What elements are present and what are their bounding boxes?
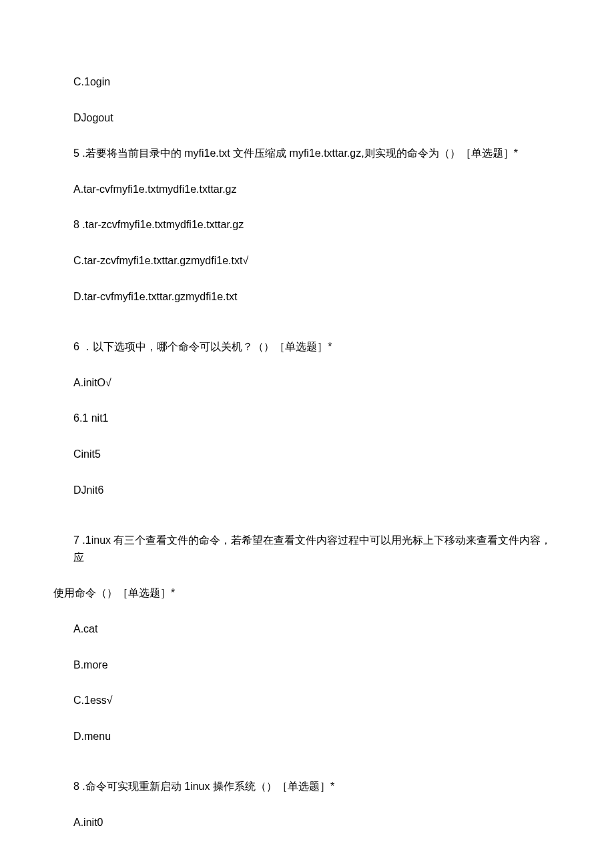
option-text: C.1ogin [73, 73, 561, 91]
option-text: DJogout [73, 109, 561, 127]
question-5-prompt: 5 .若要将当前目录中的 myfi1e.txt 文件压缩成 myfi1e.txt… [73, 145, 561, 162]
question-7-option-a: A.cat [73, 620, 561, 638]
spacer [73, 517, 561, 532]
question-5-option-d: D.tar-cvfmyfi1e.txttar.gzmydfi1e.txt [73, 288, 561, 306]
question-6-option-c: Cinit5 [73, 446, 561, 463]
question-7-option-b: B.more [73, 657, 561, 674]
spacer [73, 324, 561, 338]
question-8-option-a: A.init0 [73, 814, 561, 831]
question-6-option-d: DJnit6 [73, 482, 561, 499]
question-5-option-c: C.tar-zcvfmyfi1e.txttar.gzmydfi1e.txt√ [73, 252, 561, 270]
question-7-option-c: C.1ess√ [73, 692, 561, 709]
question-7-prompt-line-1: 7 .1inux 有三个查看文件的命令，若希望在查看文件内容过程中可以用光标上下… [73, 532, 561, 566]
question-6-option-b: 6.1 nit1 [73, 410, 561, 427]
question-7-option-d: D.menu [73, 728, 561, 745]
question-5-option-b: 8 .tar-zcvfmyfi1e.txtmydfi1e.txttar.gz [73, 216, 561, 234]
question-5-option-a: A.tar-cvfmyfi1e.txtmydfi1e.txttar.gz [73, 181, 561, 198]
question-7-prompt-line-2: 使用命令（）［单选题］* [53, 584, 561, 602]
question-6-option-a: A.initO√ [73, 374, 561, 392]
spacer [73, 763, 561, 778]
question-8-prompt: 8 .命令可实现重新启动 1inux 操作系统（）［单选题］* [73, 778, 561, 795]
question-6-prompt: 6 ．以下选项中，哪个命令可以关机？（）［单选题］* [73, 338, 561, 356]
